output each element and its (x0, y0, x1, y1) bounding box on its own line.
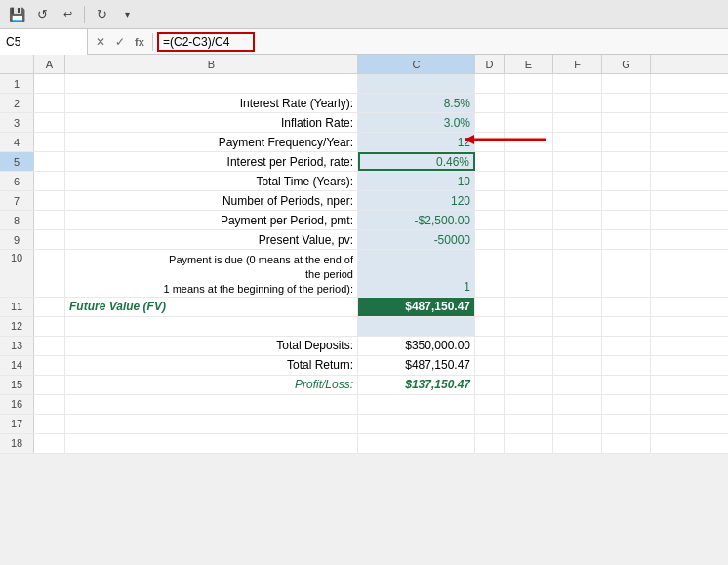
cell-b17[interactable] (65, 415, 358, 433)
col-header-d[interactable]: D (475, 55, 505, 73)
cell-b12[interactable] (65, 317, 358, 336)
cell-b8[interactable]: Payment per Period, pmt: (65, 211, 358, 229)
cell-g3[interactable] (602, 113, 651, 132)
cell-e5[interactable] (505, 152, 553, 171)
cell-f15[interactable] (553, 376, 602, 394)
cell-c12[interactable] (358, 317, 475, 336)
cell-e1[interactable] (505, 74, 553, 93)
cell-e2[interactable] (505, 94, 553, 112)
cell-b2[interactable]: Interest Rate (Yearly): (65, 94, 358, 112)
cell-f6[interactable] (553, 172, 602, 190)
row-num[interactable]: 13 (0, 337, 34, 355)
cell-c16[interactable] (358, 395, 475, 414)
cell-f4[interactable] (553, 133, 602, 151)
cell-b5[interactable]: Interest per Period, rate: (65, 152, 358, 171)
cell-a1[interactable] (34, 74, 65, 93)
cell-c11-fv-value[interactable]: $487,150.47 (358, 298, 475, 316)
cell-c10[interactable]: 1 (358, 250, 475, 297)
cell-g7[interactable] (602, 191, 651, 210)
cell-f16[interactable] (553, 395, 602, 414)
row-num[interactable]: 12 (0, 317, 34, 336)
cell-b1[interactable] (65, 74, 358, 93)
cell-e18[interactable] (505, 434, 553, 453)
cell-e13[interactable] (505, 337, 553, 355)
row-num[interactable]: 10 (0, 250, 34, 297)
cell-f8[interactable] (553, 211, 602, 229)
cell-f2[interactable] (553, 94, 602, 112)
cell-a9[interactable] (34, 230, 65, 249)
cell-a13[interactable] (34, 337, 65, 355)
cell-f17[interactable] (553, 415, 602, 433)
cell-c8[interactable]: -$2,500.00 (358, 211, 475, 229)
row-num[interactable]: 14 (0, 356, 34, 375)
row-num[interactable]: 16 (0, 395, 34, 414)
cell-b9[interactable]: Present Value, pv: (65, 230, 358, 249)
name-box[interactable]: C5 (0, 29, 88, 55)
cell-c13[interactable]: $350,000.00 (358, 337, 475, 355)
cell-e4[interactable] (505, 133, 553, 151)
cancel-formula-button[interactable]: ✕ (92, 33, 109, 51)
cell-c3[interactable]: 3.0% (358, 113, 475, 132)
cell-a4[interactable] (34, 133, 65, 151)
row-num[interactable]: 4 (0, 133, 34, 151)
row-num[interactable]: 18 (0, 434, 34, 453)
cell-d5[interactable] (475, 152, 505, 171)
cell-a17[interactable] (34, 415, 65, 433)
col-header-f[interactable]: F (553, 55, 602, 73)
cell-c17[interactable] (358, 415, 475, 433)
cell-d9[interactable] (475, 230, 505, 249)
cell-e12[interactable] (505, 317, 553, 336)
cell-c15-profit-value[interactable]: $137,150.47 (358, 376, 475, 394)
cell-f14[interactable] (553, 356, 602, 375)
cell-g18[interactable] (602, 434, 651, 453)
cell-a16[interactable] (34, 395, 65, 414)
cell-g17[interactable] (602, 415, 651, 433)
cell-d15[interactable] (475, 376, 505, 394)
cell-e8[interactable] (505, 211, 553, 229)
row-num[interactable]: 11 (0, 298, 34, 316)
cell-f1[interactable] (553, 74, 602, 93)
cell-a7[interactable] (34, 191, 65, 210)
cell-c2[interactable]: 8.5% (358, 94, 475, 112)
undo-button[interactable]: ↺ (31, 4, 53, 25)
cell-b11-fv-label[interactable]: Future Value (FV) (65, 298, 358, 316)
cell-d7[interactable] (475, 191, 505, 210)
cell-d1[interactable] (475, 74, 505, 93)
cell-e16[interactable] (505, 395, 553, 414)
cell-g4[interactable] (602, 133, 651, 151)
cell-g13[interactable] (602, 337, 651, 355)
cell-a12[interactable] (34, 317, 65, 336)
cell-b4[interactable]: Payment Frequency/Year: (65, 133, 358, 151)
cell-f7[interactable] (553, 191, 602, 210)
insert-function-button[interactable]: fx (131, 33, 148, 51)
cell-d8[interactable] (475, 211, 505, 229)
cell-f3[interactable] (553, 113, 602, 132)
cell-c7[interactable]: 120 (358, 191, 475, 210)
cell-a11[interactable] (34, 298, 65, 316)
cell-f10[interactable] (553, 250, 602, 297)
cell-f11[interactable] (553, 298, 602, 316)
row-num[interactable]: 1 (0, 74, 34, 93)
cell-d17[interactable] (475, 415, 505, 433)
cell-a14[interactable] (34, 356, 65, 375)
cell-d2[interactable] (475, 94, 505, 112)
cell-d16[interactable] (475, 395, 505, 414)
cell-b15-profit-label[interactable]: Profit/Loss: (65, 376, 358, 394)
cell-g1[interactable] (602, 74, 651, 93)
cell-d12[interactable] (475, 317, 505, 336)
row-num[interactable]: 17 (0, 415, 34, 433)
cell-a18[interactable] (34, 434, 65, 453)
cell-g16[interactable] (602, 395, 651, 414)
cell-g10[interactable] (602, 250, 651, 297)
cell-c6[interactable]: 10 (358, 172, 475, 190)
cell-c14[interactable]: $487,150.47 (358, 356, 475, 375)
col-header-e[interactable]: E (505, 55, 553, 73)
row-num[interactable]: 8 (0, 211, 34, 229)
redo-button[interactable]: ↻ (91, 4, 112, 25)
cell-c9[interactable]: -50000 (358, 230, 475, 249)
cell-b3[interactable]: Inflation Rate: (65, 113, 358, 132)
cell-d14[interactable] (475, 356, 505, 375)
cell-f9[interactable] (553, 230, 602, 249)
cell-a5[interactable] (34, 152, 65, 171)
cell-e15[interactable] (505, 376, 553, 394)
